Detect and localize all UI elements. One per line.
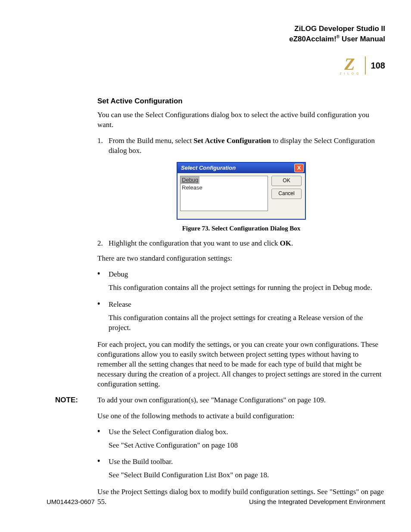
bullet-label: Debug (109, 270, 385, 280)
main-content: Set Active Configuration You can use the… (97, 96, 385, 507)
modify-paragraph: For each project, you can modify the set… (97, 340, 385, 389)
logo-text: Z i L O G (339, 72, 359, 75)
ok-button[interactable]: OK (271, 176, 302, 186)
document-page: ZiLOG Developer Studio II eZ80Acclaim!® … (0, 0, 411, 532)
bullet-label: Release (109, 300, 385, 310)
dialog-body: Debug Release OK Cancel (177, 173, 305, 219)
two-standard-intro: There are two standard configuration set… (97, 254, 385, 264)
config-listbox[interactable]: Debug Release (180, 176, 268, 211)
header-title-1: ZiLOG Developer Studio II (47, 24, 385, 34)
figure-caption: Figure 73. Select Configuration Dialog B… (97, 224, 385, 233)
zilog-logo: Z Z i L O G (339, 56, 359, 75)
close-icon[interactable]: X (294, 164, 304, 172)
bullet-desc: This configuration contains all the proj… (109, 283, 385, 293)
note-text: To add your own configuration(s), see "M… (97, 395, 326, 405)
footer-right: Using the Integrated Development Environ… (249, 498, 385, 505)
step-number: 1. (97, 136, 109, 156)
list-item[interactable]: Debug (181, 176, 199, 184)
methods-intro: Use one of the following methods to acti… (97, 411, 385, 421)
page-number: 108 (371, 61, 385, 71)
list-item[interactable]: Release (181, 184, 204, 191)
step-number: 2. (97, 239, 109, 249)
bullet-method-2: • Use the Build toolbar. See "Select Bui… (97, 457, 385, 485)
step-1: 1. From the Build menu, select Set Activ… (97, 136, 385, 156)
step-2: 2. Highlight the configuration that you … (97, 239, 385, 249)
bullet-label: Use the Build toolbar. (109, 457, 385, 467)
section-heading: Set Active Configuration (97, 96, 385, 106)
dialog-figure: Select Configuration X Debug Release OK … (97, 162, 385, 220)
note-label: NOTE: (55, 395, 83, 405)
bullet-icon: • (97, 300, 109, 337)
header-title-2: eZ80Acclaim!® User Manual (47, 34, 385, 44)
logo-z-icon: Z (344, 56, 355, 72)
bullet-method-1: • Use the Select Configuration dialog bo… (97, 427, 385, 455)
button-column: OK Cancel (271, 176, 302, 211)
vertical-divider (365, 56, 366, 75)
bullet-release: • Release This configuration contains al… (97, 300, 385, 337)
logo-row: Z Z i L O G 108 (47, 56, 385, 75)
dialog-titlebar: Select Configuration X (177, 163, 305, 173)
bullet-icon: • (97, 427, 109, 455)
intro-paragraph: You can use the Select Configurations di… (97, 110, 385, 130)
bullet-debug: • Debug This configuration contains all … (97, 270, 385, 297)
note: NOTE: To add your own configuration(s), … (97, 395, 385, 405)
bullet-label: Use the Select Configuration dialog box. (109, 427, 385, 437)
bullet-see: See "Select Build Configuration List Box… (109, 470, 385, 480)
step-text: Highlight the configuration that you wan… (109, 239, 293, 249)
page-footer: UM014423-0607 Using the Integrated Devel… (47, 498, 385, 505)
bullet-icon: • (97, 270, 109, 297)
bullet-desc: This configuration contains all the proj… (109, 313, 385, 333)
select-configuration-dialog: Select Configuration X Debug Release OK … (177, 162, 306, 220)
bullet-see: See "Set Active Configuration" on page 1… (109, 441, 385, 451)
dialog-title: Select Configuration (181, 164, 236, 172)
step-text: From the Build menu, select Set Active C… (109, 136, 385, 156)
page-header: ZiLOG Developer Studio II eZ80Acclaim!® … (47, 24, 385, 44)
bullet-icon: • (97, 457, 109, 485)
footer-left: UM014423-0607 (47, 498, 95, 505)
cancel-button[interactable]: Cancel (271, 189, 302, 199)
